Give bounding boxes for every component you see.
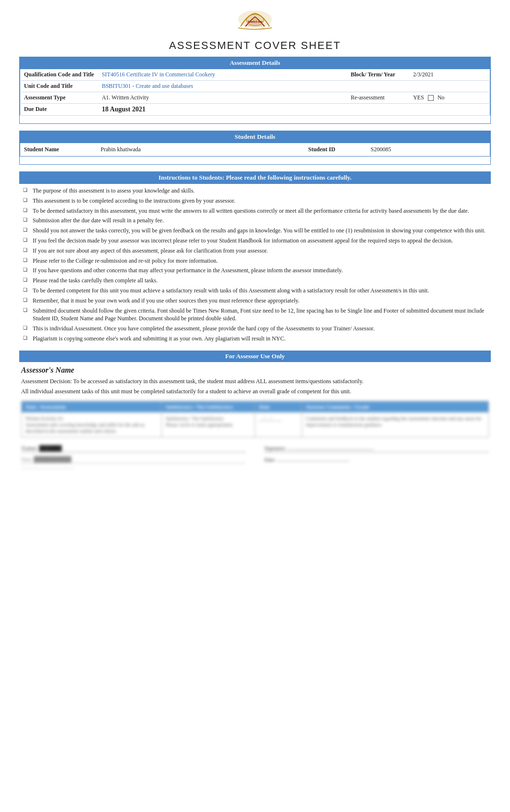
instruction-item-13: Submitted document should follow the giv… xyxy=(23,307,487,323)
trainer-sig-block: Trainer: ██████ Date: ██████████ _______… xyxy=(21,445,246,469)
instruction-item-5: Should you not answer the tasks correctl… xyxy=(23,227,487,235)
trainer-sig-line: Trainer: ██████ xyxy=(21,445,246,452)
instruction-item-3: To be deemed satisfactory in this assess… xyxy=(23,207,487,215)
student-details-table: Student Name Prabin khatiwada Student ID… xyxy=(20,143,490,157)
qualification-row: Qualification Code and Title SIT40516 Ce… xyxy=(20,69,490,81)
assessor-name-title: Assessor's Name xyxy=(21,366,489,375)
qualification-value: SIT40516 Certificate IV in Commercial Co… xyxy=(98,69,347,81)
assessor-section: For Assessor Use Only Assessor's Name As… xyxy=(19,351,491,469)
block-term-label: Block/ Term/ Year xyxy=(347,69,409,81)
instructions-header: Instructions to Students: Please read th… xyxy=(19,171,491,184)
unit-label: Unit Code and Title xyxy=(20,81,98,92)
instruction-item-2: This assessment is to be completed accor… xyxy=(23,197,487,205)
instruction-item-9: If you have questions and other concerns… xyxy=(23,267,487,275)
date-sig-line: Date: ██████████ xyxy=(21,456,246,463)
student-sig-block: Signature: Date: xyxy=(264,445,489,469)
student-row: Student Name Prabin khatiwada Student ID… xyxy=(20,143,490,157)
assessor-results-table: Task / Assessment Satisfactory / Not Sat… xyxy=(21,401,489,437)
instruction-item-11: To be deemed competent for this unit you… xyxy=(23,287,487,295)
assessor-decision-text-2: All individual assessment tasks of this … xyxy=(21,388,489,396)
assessment-details-section: Assessment Details Qualification Code an… xyxy=(19,57,491,124)
due-date-row: Due Date 18 August 2021 xyxy=(20,104,490,116)
student-sig-line: Signature: xyxy=(264,445,489,452)
instruction-item-7: If you are not sure about any aspect of … xyxy=(23,247,487,255)
page-title: ASSESSMENT COVER SHEET xyxy=(19,39,491,52)
blurred-table-header-row: Task / Assessment Satisfactory / Not Sat… xyxy=(22,401,489,412)
blurred-col2-header: Satisfactory / Not Satisfactory xyxy=(161,401,255,412)
instruction-item-15: Plagiarism is copying someone else's wor… xyxy=(23,335,487,343)
blurred-col4-header: Assessor Comments / Grade xyxy=(302,401,488,412)
instruction-item-10: Please read the tasks carefully then com… xyxy=(23,277,487,285)
student-name-label: Student Name xyxy=(20,143,97,157)
student-id-label: Student ID xyxy=(304,143,367,157)
student-name-value: Prabin khatiwada xyxy=(97,143,304,157)
institution-logo: StudyLine xyxy=(226,10,284,34)
reassessment-yes: YES xyxy=(413,94,424,101)
assessor-decision-text-1: Assessment Decision: To be accessed as s… xyxy=(21,377,489,386)
assessor-content: Assessor's Name Assessment Decision: To … xyxy=(19,366,491,469)
reassessment-options: YES No xyxy=(409,92,490,104)
assessment-details-header: Assessment Details xyxy=(20,57,490,69)
student-details-header: Student Details xyxy=(20,131,490,143)
instruction-item-1: The purpose of this assessment is to ass… xyxy=(23,187,487,195)
unit-row: Unit Code and Title BSBITU301 - Create a… xyxy=(20,81,490,92)
instruction-item-14: This is individual Assessment. Once you … xyxy=(23,325,487,333)
assessment-details-table: Qualification Code and Title SIT40516 Ce… xyxy=(20,69,490,116)
blurred-cell-1-2: Satisfactory / Not SatisfactoryPlease ci… xyxy=(161,412,255,437)
block-term-value: 2/3/2021 xyxy=(409,69,490,81)
reassessment-checkbox[interactable] xyxy=(428,95,434,101)
unit-value: BSBITU301 - Create and use databases xyxy=(98,81,347,92)
blurred-cell-1-1: Written Activity A1Assessment task cover… xyxy=(22,412,162,437)
instruction-item-8: Please refer to the College re-submissio… xyxy=(23,257,487,265)
blurred-cell-1-4: Comments and feedback to the student reg… xyxy=(302,412,488,437)
assessment-type-value: A1. Written Activity xyxy=(98,92,347,104)
reassessment-no: No xyxy=(437,94,445,101)
instructions-section: Instructions to Students: Please read th… xyxy=(19,171,491,343)
assessor-use-header: For Assessor Use Only xyxy=(19,351,491,362)
assessment-type-row: Assessment Type A1. Written Activity Re-… xyxy=(20,92,490,104)
due-date-label: Due Date xyxy=(20,104,98,116)
reassessment-label: Re-assessment xyxy=(347,92,409,104)
student-details-section: Student Details Student Name Prabin khat… xyxy=(19,131,491,165)
blurred-assessor-table-area: Task / Assessment Satisfactory / Not Sat… xyxy=(21,401,489,469)
assessment-type-label: Assessment Type xyxy=(20,92,98,104)
date-sig-sublabel: ______________________ xyxy=(21,463,246,469)
instruction-item-12: Remember, that it must be your own work … xyxy=(23,297,487,305)
svg-text:StudyLine: StudyLine xyxy=(247,20,262,24)
logo-area: StudyLine xyxy=(19,10,491,36)
blurred-cell-1-3: __/__/____ xyxy=(255,412,302,437)
instruction-item-4: Submission after the due date will resul… xyxy=(23,217,487,225)
blurred-col3-header: Date xyxy=(255,401,302,412)
instructions-list: The purpose of this assessment is to ass… xyxy=(19,187,491,343)
student-id-value: S200085 xyxy=(367,143,490,157)
blurred-col1-header: Task / Assessment xyxy=(22,401,162,412)
qualification-label: Qualification Code and Title xyxy=(20,69,98,81)
blurred-row-1: Written Activity A1Assessment task cover… xyxy=(22,412,489,437)
instruction-item-6: If you feel the decision made by your as… xyxy=(23,237,487,245)
student-date-line: Date: xyxy=(264,456,489,463)
due-date-value: 18 August 2021 xyxy=(98,104,347,116)
